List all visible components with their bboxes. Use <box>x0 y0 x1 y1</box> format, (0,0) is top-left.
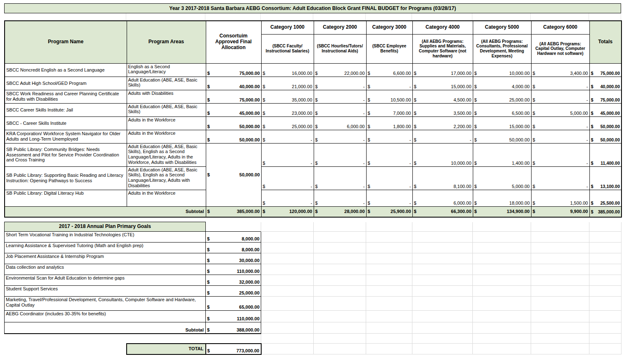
amount-value: 50,000.00 <box>240 137 260 143</box>
currency-symbol: $ <box>263 184 266 189</box>
cell-allocation: $75,000.00 <box>206 90 261 103</box>
amount-value: 45,000.00 <box>240 111 260 116</box>
cell-category-3000: $- <box>366 77 412 90</box>
amount-value: - <box>409 137 411 143</box>
empty-cell <box>5 344 127 354</box>
cell-category-1000: $- <box>261 130 314 143</box>
amount-value: 23,000.00 <box>292 111 312 116</box>
goal-row: Job Placement Assistance & Internship Pr… <box>5 253 622 264</box>
amount-value: 120,000.00 <box>289 209 312 214</box>
currency-symbol: $ <box>207 290 210 296</box>
grid-cell <box>314 232 366 243</box>
col-header-program-areas: Program Areas <box>127 21 206 63</box>
amount-value: 25,500.00 <box>600 201 620 206</box>
currency-symbol: $ <box>533 97 536 103</box>
amount-value: - <box>587 137 588 143</box>
currency-symbol: $ <box>533 137 536 143</box>
subtotal-category-5000: $134,900.00 <box>473 206 531 217</box>
cell-category-4000: $2,200.00 <box>412 116 473 130</box>
col-header-category-5000: Category 5000 <box>473 21 531 34</box>
currency-symbol: $ <box>414 124 417 129</box>
col-header-category-3000: Category 3000 <box>366 21 412 34</box>
cell-category-6000: $1,500.00 <box>531 190 589 206</box>
grid-cell <box>314 334 366 344</box>
currency-symbol: $ <box>207 327 210 333</box>
currency-symbol: $ <box>263 124 266 129</box>
cell-category-2000: $- <box>314 90 366 103</box>
goal-amount: $25,000.00 <box>206 286 261 297</box>
goal-amount: $110,000.00 <box>206 311 261 322</box>
amount-value: - <box>363 137 365 143</box>
col-header-category-1000: Category 1000 <box>261 21 314 34</box>
currency-symbol: $ <box>533 84 536 89</box>
goal-amount: $30,000.00 <box>206 253 261 264</box>
currency-symbol: $ <box>368 184 371 189</box>
currency-symbol: $ <box>368 209 371 214</box>
currency-symbol: $ <box>207 172 211 178</box>
amount-value: - <box>363 84 365 89</box>
cell-category-5000: $1,400.00 <box>473 143 531 166</box>
currency-symbol: $ <box>591 209 594 214</box>
amount-value: 35,000.00 <box>292 97 312 103</box>
grid-cell <box>206 222 261 232</box>
cell-category-4000: $6,000.00 <box>412 190 473 206</box>
amount-value: 21,000.00 <box>292 84 312 89</box>
grid-cell <box>366 275 412 286</box>
grid-cell <box>366 243 412 253</box>
cell-category-1000: $23,000.00 <box>261 103 314 116</box>
amount-value: 50,000.00 <box>240 172 260 178</box>
currency-symbol: $ <box>207 258 210 263</box>
subtotal-total: $385,000.00 <box>589 206 622 217</box>
grid-cell <box>261 311 314 322</box>
amount-value: - <box>363 97 365 103</box>
goal-label: Environmental Scan for Adult Education t… <box>5 275 206 286</box>
currency-symbol: $ <box>207 84 211 89</box>
currency-symbol: $ <box>591 184 594 189</box>
cell-category-3000: $7,000.00 <box>366 103 412 116</box>
cell-category-5000: $25,000.00 <box>473 90 531 103</box>
amount-value: 75,000.00 <box>600 71 620 76</box>
cell-category-1000: $- <box>261 190 314 206</box>
goal-label: Short Term Vocational Training in Indust… <box>5 232 206 243</box>
budget-subtotal-row: Subtotal $385,000.00 $120,000.00 $28,000… <box>5 206 622 217</box>
currency-symbol: $ <box>414 84 417 89</box>
cell-category-6000: $- <box>531 90 589 103</box>
grid-cell <box>473 334 531 344</box>
amount-value: 10,000.00 <box>451 161 472 166</box>
amount-value: 3,400.00 <box>570 71 588 76</box>
currency-symbol: $ <box>368 201 371 206</box>
goal-label: AEBG Coordinator (includes 30-35% for be… <box>5 311 206 322</box>
grid-cell <box>589 297 622 311</box>
cell-category-2000: $- <box>314 166 366 190</box>
currency-symbol: $ <box>414 111 417 116</box>
currency-symbol: $ <box>414 209 417 214</box>
currency-symbol: $ <box>533 209 536 214</box>
cell-category-6000: $- <box>531 77 589 90</box>
currency-symbol: $ <box>207 71 211 76</box>
grid-cell <box>531 253 589 264</box>
cell-program-name: SB Public Library: Digital Literacy Hub <box>5 190 127 206</box>
col-header-category-4000: Category 4000 <box>412 21 473 34</box>
grid-cell <box>473 232 531 243</box>
currency-symbol: $ <box>533 111 536 116</box>
cell-category-2000: $- <box>314 143 366 166</box>
currency-symbol: $ <box>315 161 319 166</box>
cell-program-name: SBCC - Career Skills Institute <box>5 116 127 130</box>
grid-cell <box>531 232 589 243</box>
cell-category-2000: $6,000.00 <box>314 116 366 130</box>
cell-category-3000: $- <box>366 143 412 166</box>
grid-cell <box>589 253 622 264</box>
grid-cell <box>366 297 412 311</box>
amount-value: 5,000.00 <box>570 111 588 116</box>
currency-symbol: $ <box>207 236 210 242</box>
program-row: SBCC - Career Skills Institute Adults in… <box>5 116 622 130</box>
currency-symbol: $ <box>368 137 371 143</box>
amount-value: - <box>363 184 365 189</box>
cell-allocation: $50,000.00 <box>206 116 261 130</box>
grid-cell <box>473 253 531 264</box>
program-row: SB Public Library: Supporting Basic Read… <box>5 166 622 190</box>
currency-symbol: $ <box>533 201 536 206</box>
grid-cell <box>531 322 589 334</box>
amount-value: - <box>311 137 312 143</box>
goal-label: Learning Assistance & Supervised Tutorin… <box>5 243 206 253</box>
